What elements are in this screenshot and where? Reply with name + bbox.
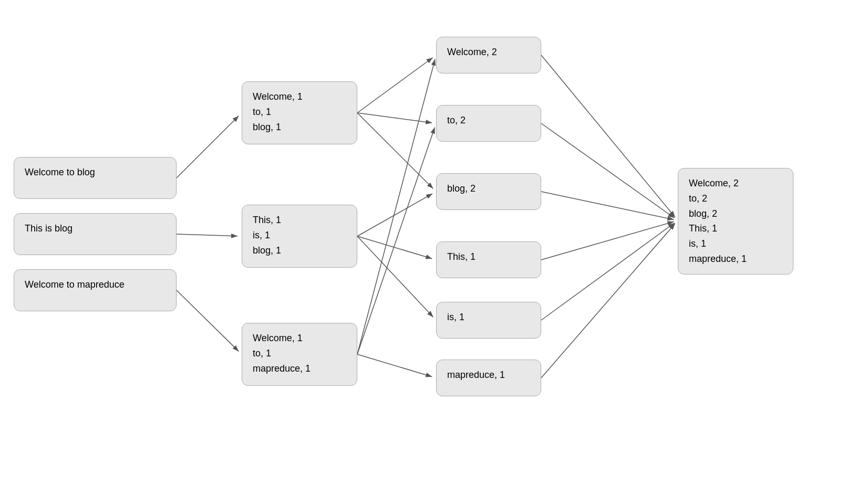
node-in2: This is blog (14, 213, 177, 255)
svg-line-15 (541, 192, 674, 219)
node-m3: Welcome, 1 to, 1 mapreduce, 1 (242, 323, 357, 386)
node-r5: is, 1 (436, 302, 541, 339)
diagram: Welcome to blogThis is blogWelcome to ma… (0, 0, 868, 485)
svg-line-3 (177, 290, 239, 351)
node-out1: Welcome, 2 to, 2 blog, 2 This, 1 is, 1 m… (678, 168, 793, 275)
svg-line-13 (541, 55, 675, 217)
svg-line-5 (357, 113, 432, 123)
svg-line-6 (357, 113, 433, 188)
svg-line-9 (357, 236, 433, 317)
svg-line-12 (357, 354, 432, 377)
svg-line-18 (541, 224, 675, 378)
svg-line-2 (177, 234, 237, 236)
node-r4: This, 1 (436, 241, 541, 278)
node-r2: to, 2 (436, 105, 541, 142)
node-m2: This, 1 is, 1 blog, 1 (242, 205, 357, 268)
svg-line-14 (541, 123, 674, 218)
node-in3: Welcome to mapreduce (14, 269, 177, 311)
node-r1: Welcome, 2 (436, 37, 541, 73)
svg-line-16 (541, 222, 674, 260)
node-r6: mapreduce, 1 (436, 360, 541, 396)
svg-line-10 (357, 59, 435, 354)
svg-line-7 (357, 194, 432, 236)
node-m1: Welcome, 1 to, 1 blog, 1 (242, 81, 357, 144)
svg-line-11 (357, 128, 435, 354)
svg-line-1 (177, 116, 239, 178)
node-r3: blog, 2 (436, 173, 541, 210)
svg-line-17 (541, 223, 675, 320)
svg-line-8 (357, 236, 432, 259)
node-in1: Welcome to blog (14, 157, 177, 199)
svg-line-4 (357, 58, 433, 113)
